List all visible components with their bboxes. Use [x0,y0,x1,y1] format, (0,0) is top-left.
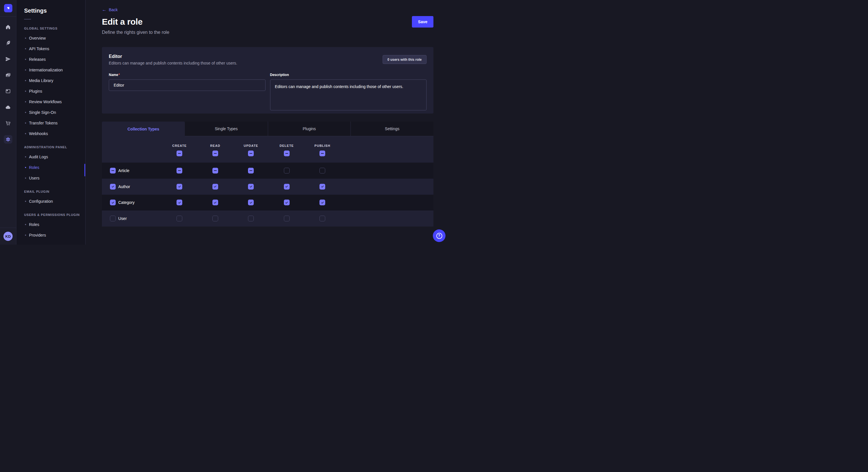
back-link[interactable]: ← Back [102,7,118,12]
article-create-checkbox[interactable] [177,168,182,173]
app-root: KD Settings GLOBAL SETTINGSOverviewAPI T… [0,0,448,245]
author-row-checkbox[interactable] [110,184,116,190]
select-all-delete-checkbox[interactable] [284,150,290,156]
sidebar-item-label: API Tokens [29,46,50,51]
sidebar-item-review-workflows[interactable]: Review Workflows [17,96,85,107]
send-icon[interactable] [4,55,12,63]
home-icon[interactable] [4,23,12,31]
user-publish-checkbox[interactable] [319,216,325,222]
article-delete-checkbox[interactable] [284,168,290,173]
author-read-checkbox[interactable] [212,184,218,190]
category-update-checkbox[interactable] [248,200,254,205]
tab-single-types[interactable]: Single Types [185,122,268,136]
sidebar-sections: GLOBAL SETTINGSOverviewAPI TokensRelease… [17,27,85,240]
required-asterisk: * [119,73,120,77]
permission-cell [197,195,234,211]
select-all-update-checkbox[interactable] [248,150,254,156]
workspace-logo[interactable] [4,4,12,12]
row-label-cell: Category [102,195,162,211]
sidebar-item-internationalization[interactable]: Internationalization [17,65,85,75]
category-publish-checkbox[interactable] [319,200,325,205]
sidebar-item-configuration[interactable]: Configuration [17,196,85,206]
check-icon [213,201,217,204]
select-all-publish-checkbox[interactable] [319,150,325,156]
layout-icon[interactable] [4,87,12,96]
check-icon [285,201,288,204]
permission-cell [305,195,340,211]
article-row-checkbox[interactable] [110,168,116,173]
category-create-checkbox[interactable] [177,200,182,205]
author-update-checkbox[interactable] [248,184,254,190]
author-delete-checkbox[interactable] [284,184,290,190]
bullet-icon [25,48,26,49]
users-with-role-button[interactable]: 0 users with this role [383,55,427,64]
bullet-icon [25,80,26,81]
article-publish-checkbox[interactable] [319,168,325,173]
tab-settings[interactable]: Settings [350,122,433,136]
bullet-icon [25,201,26,202]
permission-cell [305,179,340,195]
indeterminate-dash-icon [249,170,252,171]
sidebar-item-transfer-tokens[interactable]: Transfer Tokens [17,117,85,128]
category-row-checkbox[interactable] [110,200,116,205]
permission-cell [197,179,234,195]
sidebar-item-audit-logs[interactable]: Audit Logs [17,151,85,162]
feather-icon[interactable] [4,39,12,47]
description-textarea[interactable]: Editors can manage and publish contents … [270,79,427,110]
user-read-checkbox[interactable] [212,216,218,222]
user-create-checkbox[interactable] [177,216,182,222]
cart-icon[interactable] [4,119,12,128]
author-create-checkbox[interactable] [177,184,182,190]
sidebar-title: Settings [24,7,85,14]
sidebar-item-plugins[interactable]: Plugins [17,86,85,96]
tab-plugins[interactable]: Plugins [268,122,351,136]
article-read-checkbox[interactable] [212,168,218,173]
sidebar-item-label: Overview [29,36,45,40]
role-details-card: Editor Editors can manage and publish co… [102,47,433,113]
user-delete-checkbox[interactable] [284,216,290,222]
bullet-icon [25,91,26,92]
indeterminate-dash-icon [214,153,217,154]
check-icon [249,201,253,204]
media-icon[interactable] [4,71,12,79]
sidebar-item-api-tokens[interactable]: API Tokens [17,43,85,54]
sidebar-item-single-sign-on[interactable]: Single Sign-On [17,107,85,117]
sidebar-item-label: Providers [29,233,46,237]
sidebar-item-label: Roles [29,165,39,170]
permission-row-author: Author [102,179,433,195]
sidebar-item-roles[interactable]: Roles [17,219,85,230]
sidebar-item-releases[interactable]: Releases [17,54,85,65]
description-field-group: Description Editors can manage and publi… [270,72,427,110]
permission-cell [233,195,269,211]
permission-row-category: Category [102,195,433,211]
bullet-icon [25,235,26,236]
sidebar-item-roles[interactable]: Roles [17,162,85,173]
gear-icon[interactable] [4,135,12,144]
help-button[interactable]: ? [433,229,445,242]
column-label: READ [210,144,220,147]
permission-cell [269,163,305,179]
select-all-create-checkbox[interactable] [177,150,182,156]
sidebar-item-media-library[interactable]: Media Library [17,75,85,86]
sidebar-item-webhooks[interactable]: Webhooks [17,128,85,139]
sidebar-item-providers[interactable]: Providers [17,230,85,240]
sidebar-item-users[interactable]: Users [17,173,85,183]
sidebar-item-label: Transfer Tokens [29,121,58,125]
sidebar-item-label: Releases [29,57,45,62]
check-icon [111,201,115,204]
select-all-read-checkbox[interactable] [212,150,218,156]
article-update-checkbox[interactable] [248,168,254,173]
save-button[interactable]: Save [412,16,433,28]
author-publish-checkbox[interactable] [319,184,325,190]
user-update-checkbox[interactable] [248,216,254,222]
tab-collection-types[interactable]: Collection Types [102,122,185,136]
cloud-icon[interactable] [4,103,12,111]
bullet-icon [25,133,26,134]
permission-cell [162,210,197,227]
avatar[interactable]: KD [3,232,12,241]
sidebar-item-overview[interactable]: Overview [17,33,85,43]
category-read-checkbox[interactable] [212,200,218,205]
user-row-checkbox[interactable] [110,216,116,222]
name-input[interactable] [109,79,266,91]
category-delete-checkbox[interactable] [284,200,290,205]
